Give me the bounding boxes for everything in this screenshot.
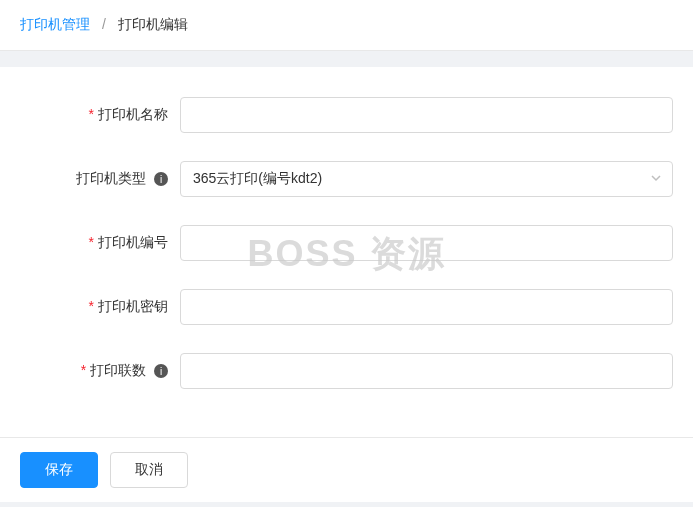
required-mark: * — [89, 298, 94, 314]
breadcrumb-parent-link[interactable]: 打印机管理 — [20, 16, 90, 32]
form-footer: 保存 取消 — [0, 437, 693, 502]
chevron-down-icon — [650, 171, 662, 187]
required-mark: * — [89, 106, 94, 122]
form-row-printer-number: *打印机编号 — [20, 225, 673, 261]
save-button[interactable]: 保存 — [20, 452, 98, 488]
label-printer-name: *打印机名称 — [20, 106, 180, 124]
form-row-printer-secret: *打印机密钥 — [20, 289, 673, 325]
form-row-printer-type: 打印机类型 i 365云打印(编号kdt2) — [20, 161, 673, 197]
printer-secret-input[interactable] — [180, 289, 673, 325]
breadcrumb-current: 打印机编辑 — [118, 16, 188, 32]
label-text: 打印机编号 — [98, 234, 168, 250]
label-printer-secret: *打印机密钥 — [20, 298, 180, 316]
label-text: 打印机类型 — [76, 170, 146, 186]
label-printer-type: 打印机类型 i — [20, 170, 180, 188]
label-text: 打印机密钥 — [98, 298, 168, 314]
print-copies-input[interactable] — [180, 353, 673, 389]
label-printer-number: *打印机编号 — [20, 234, 180, 252]
breadcrumb-separator: / — [102, 16, 106, 32]
form-panel: *打印机名称 打印机类型 i 365云打印(编号kdt2) *打印机编号 — [0, 67, 693, 437]
printer-number-input[interactable] — [180, 225, 673, 261]
form-row-print-copies: *打印联数 i — [20, 353, 673, 389]
label-text: 打印机名称 — [98, 106, 168, 122]
info-icon[interactable]: i — [154, 172, 168, 186]
label-print-copies: *打印联数 i — [20, 362, 180, 380]
cancel-button[interactable]: 取消 — [110, 452, 188, 488]
info-icon[interactable]: i — [154, 364, 168, 378]
printer-type-select[interactable]: 365云打印(编号kdt2) — [180, 161, 673, 197]
select-value: 365云打印(编号kdt2) — [193, 170, 322, 188]
required-mark: * — [81, 362, 86, 378]
required-mark: * — [89, 234, 94, 250]
breadcrumb: 打印机管理 / 打印机编辑 — [0, 0, 693, 51]
form-row-printer-name: *打印机名称 — [20, 97, 673, 133]
printer-name-input[interactable] — [180, 97, 673, 133]
label-text: 打印联数 — [90, 362, 146, 378]
